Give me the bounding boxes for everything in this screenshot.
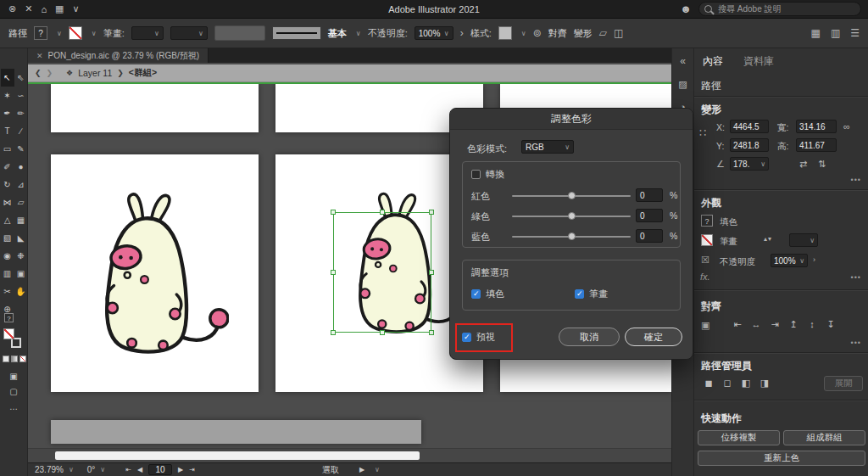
red-slider-thumb[interactable] — [568, 192, 576, 199]
line-segment-tool[interactable]: ∕ — [14, 122, 28, 140]
stroke-swatch-none[interactable] — [701, 234, 713, 246]
document-setup-globe-icon[interactable]: ⊚ — [533, 27, 542, 39]
red-slider[interactable] — [512, 195, 631, 197]
offset-copy-button[interactable]: 位移複製 — [698, 430, 780, 445]
stroke-weight-stepper-icon[interactable]: ▴▾ — [764, 235, 772, 243]
align-bottom-icon[interactable]: ↧ — [821, 319, 840, 330]
selection-handle[interactable] — [380, 210, 385, 215]
help-search-input[interactable] — [716, 3, 838, 14]
selection-bounding-box[interactable] — [333, 212, 431, 333]
tab-close-icon[interactable]: ✕ — [36, 52, 43, 60]
status-play-icon[interactable]: ▶ — [359, 466, 364, 473]
forward-arrow-icon[interactable]: ❯ — [47, 69, 53, 77]
selection-handle[interactable] — [331, 210, 336, 215]
flip-vertical-icon[interactable]: ⇅ — [818, 159, 826, 170]
align-to-icon[interactable]: ▣ — [701, 320, 709, 331]
first-artboard-icon[interactable]: ⇤ — [125, 466, 131, 473]
account-avatar-icon[interactable]: ☻ — [680, 3, 692, 15]
next-artboard-icon[interactable]: ▶ — [178, 466, 183, 473]
pathfinder-minus-front-icon[interactable]: ◻ — [718, 378, 737, 389]
appearance-opacity-select[interactable]: 100%∨ — [771, 254, 808, 267]
fill-color-control[interactable]: ? — [34, 26, 47, 40]
brush-definition-select[interactable]: 基本 — [328, 27, 347, 40]
swatches-panel-icon[interactable]: ▨ — [678, 79, 687, 90]
align-right-icon[interactable]: ⇥ — [765, 319, 784, 330]
recolor-button[interactable]: 重新上色 — [698, 451, 865, 466]
opacity-expand-icon[interactable]: › — [813, 255, 815, 264]
gradient-mode-button[interactable] — [11, 356, 18, 362]
column-graph-tool[interactable]: ▥ — [1, 265, 14, 283]
adjust-colors-dialog[interactable]: 調整色彩 色彩模式: RGB∨ 轉換 紅色 0 % 綠色 0 % 藍色 0 % … — [449, 108, 693, 360]
stroke-weight-select[interactable]: ∨ — [131, 26, 164, 40]
panel-menu-icon[interactable]: ☰ — [850, 27, 860, 39]
gradient-tool[interactable]: ▧ — [1, 229, 14, 247]
distort-icon[interactable]: ◫ — [614, 27, 623, 39]
width-tool[interactable]: ⋈ — [1, 193, 14, 211]
appearance-opacity-label[interactable]: 不透明度 — [720, 256, 755, 268]
green-value-field[interactable]: 0 — [636, 209, 663, 222]
home-icon[interactable]: ⌂ — [41, 4, 47, 14]
pen-tool[interactable]: ✒ — [1, 104, 14, 122]
green-slider[interactable] — [512, 216, 631, 217]
selection-tool[interactable]: ↖ — [1, 69, 14, 87]
pathfinder-exclude-icon[interactable]: ◨ — [755, 378, 774, 389]
align-center-horizontal-icon[interactable]: ↔ — [747, 319, 765, 329]
appearance-fill-label[interactable]: 填色 — [720, 216, 737, 228]
blend-tool[interactable]: ◉ — [1, 247, 14, 265]
selection-handle[interactable] — [429, 330, 434, 335]
scale-tool[interactable]: ⊿ — [14, 176, 28, 193]
arrange-documents-icon[interactable]: ▦ — [811, 27, 821, 39]
document-tab[interactable]: ✕ PON_design.aic @ 23.79 % (RGB/預視) — [28, 48, 209, 63]
blue-slider-thumb[interactable] — [568, 232, 576, 240]
variable-width-select[interactable]: ∨ — [170, 26, 208, 40]
zoom-level-select[interactable]: 23.79%∨ — [35, 465, 74, 474]
help-search-box[interactable] — [698, 2, 861, 16]
symbol-sprayer-tool[interactable]: ❉ — [14, 247, 28, 265]
free-transform-tool[interactable]: ▱ — [14, 193, 28, 211]
perspective-grid-tool[interactable]: △ — [1, 211, 14, 229]
selection-handle[interactable] — [331, 270, 336, 275]
breadcrumb-layer[interactable]: Layer 11 — [78, 68, 112, 78]
hand-tool[interactable]: ✋ — [14, 283, 28, 300]
style-swatch-select[interactable] — [498, 26, 512, 40]
appearance-more-options[interactable]: ••• — [851, 273, 861, 282]
shear-icon[interactable]: ▱ — [599, 27, 607, 39]
align-left-icon[interactable]: ⇤ — [728, 319, 747, 330]
edit-toolbar-icon[interactable]: … — [7, 398, 20, 416]
type-tool[interactable]: T — [1, 122, 14, 140]
direct-selection-tool[interactable]: ⇖ — [14, 69, 28, 87]
creature-illustration-1[interactable] — [72, 190, 229, 369]
window-close-icon[interactable]: ⊗ — [8, 3, 16, 14]
artboard-partial-bottom[interactable] — [51, 420, 421, 444]
paintbrush-tool[interactable]: ✎ — [14, 140, 28, 158]
opacity-select[interactable]: 100%∨ — [415, 26, 453, 40]
color-mode-select[interactable]: RGB∨ — [521, 140, 574, 154]
selection-handle[interactable] — [331, 330, 336, 335]
rotate-tool[interactable]: ↻ — [1, 176, 14, 193]
group-button[interactable]: 組成群組 — [783, 430, 865, 445]
horizontal-scrollbar[interactable] — [28, 448, 671, 462]
y-field[interactable]: 2481.8 — [730, 138, 769, 152]
ok-button[interactable]: 確定 — [625, 328, 682, 346]
rotation-select[interactable]: 0°∨ — [87, 465, 105, 474]
rotation-select[interactable]: 178.∨ — [730, 157, 769, 171]
transform-link[interactable]: 變形 — [574, 27, 593, 40]
previous-artboard-icon[interactable]: ◀ — [137, 466, 142, 473]
scrollbar-thumb[interactable] — [55, 451, 420, 460]
artboard-tool[interactable]: ▣ — [14, 265, 28, 283]
selection-handle[interactable] — [380, 330, 385, 335]
appearance-stroke-label[interactable]: 筆畫 — [720, 236, 737, 248]
last-artboard-icon[interactable]: ⇥ — [189, 466, 195, 473]
selection-handle[interactable] — [429, 270, 434, 275]
width-field[interactable]: 314.16 — [796, 120, 837, 133]
fill-color-swatch[interactable] — [3, 328, 14, 339]
curvature-tool[interactable]: ✏ — [14, 104, 28, 122]
link-proportions-icon[interactable]: ∞ — [843, 121, 850, 132]
opacity-mask-icon[interactable]: ☒ — [701, 255, 709, 266]
blob-brush-tool[interactable]: ● — [14, 158, 28, 176]
opacity-expand-icon[interactable]: › — [460, 27, 464, 39]
align-link[interactable]: 對齊 — [548, 27, 567, 40]
pencil-tool[interactable]: ✐ — [1, 158, 14, 176]
stroke-weight-select[interactable]: ∨ — [789, 233, 818, 247]
window-x-icon[interactable]: ✕ — [25, 3, 32, 14]
